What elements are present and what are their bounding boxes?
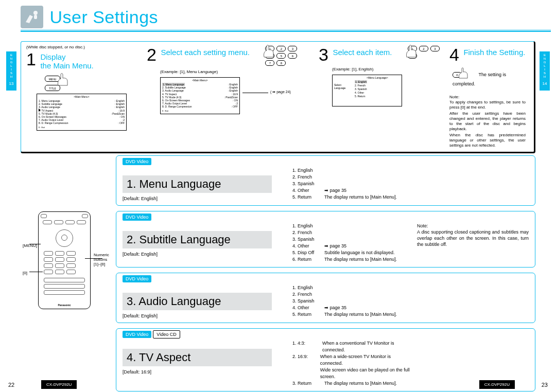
step-3: 3 Select each item. 123 4 (Example: [1],… — [319, 45, 447, 148]
dvd-badge: DVD Video — [123, 331, 151, 338]
step-4-note-2: After the user settings have been change… — [449, 111, 526, 132]
setting-options: 1. English2. French3. Spanish4. Other➡ p… — [292, 216, 412, 263]
setting-default: [Default: English] — [123, 252, 287, 257]
finger-icon — [262, 44, 276, 59]
vcd-badge: Video CD — [153, 330, 180, 338]
finger-icon — [56, 72, 71, 87]
page-number-left: 22 — [8, 382, 14, 388]
step-4: 4 Finish the Setting. 0 The setting is c… — [449, 45, 529, 148]
step-4-note-1: To apply changes to settings, be sure to… — [449, 100, 526, 110]
steps-panel: (While disc stopped, or no disc.) 1 Disp… — [21, 41, 535, 153]
setting-default: [Default: 16:9] — [123, 369, 287, 375]
page-number-right: 23 — [542, 382, 548, 388]
step-4-num: 4 — [449, 45, 459, 65]
step-2-ref: ( ➡ page 24) — [270, 90, 291, 94]
setting-default: [Default: English] — [123, 196, 287, 201]
setting-note: Note:A disc supporting closed captioning… — [417, 216, 529, 263]
setting-title: 1. Menu Language — [123, 175, 272, 193]
svg-point-0 — [33, 11, 38, 15]
setting-title: 3. Audio Language — [123, 293, 272, 310]
page-title: User Settings — [49, 7, 158, 27]
remote-diagram: [MENU] [0] Numeric buttons [1]–[8] Panas… — [26, 211, 113, 314]
setting-title: 2. Subtitle Language — [123, 231, 272, 248]
setting-options: 1. English2. French3. Spanish4. Other➡ p… — [292, 160, 412, 201]
remote-label-numeric: Numeric buttons [1]–[8] — [94, 253, 109, 266]
model-left: CX-DVP292U — [41, 380, 77, 389]
setting-default: [Default: English] — [123, 313, 287, 318]
remote-body: Panasonic — [38, 211, 91, 309]
step-4-note-label: Note: — [449, 95, 526, 100]
setting-row: DVD Video3. Audio Language[Default: Engl… — [116, 273, 535, 323]
side-tab-left: E N G L I S H 13 — [6, 51, 16, 91]
setting-options: 1. 4:3:When a conventional TV Monitor is… — [292, 333, 412, 387]
setting-options: 1. English2. French3. Spanish4. Other➡ p… — [292, 277, 412, 318]
page-header: User Settings — [21, 6, 551, 30]
step-3-text: Select each item. — [333, 48, 392, 57]
osd-main-menu-2: <Main Menu> 1. Menu Language: English2. … — [160, 77, 240, 114]
setting-row: DVD VideoVideo CD4. TV Aspect[Default: 1… — [116, 328, 535, 391]
setting-row: DVD Video2. Subtitle Language[Default: E… — [116, 211, 535, 268]
keypad-8: 123 456 78 — [265, 46, 297, 67]
model-right: CX-DVP292U — [479, 380, 515, 389]
step-2-example: (Example: [1], Menu Language) — [160, 69, 314, 74]
finger-icon — [458, 67, 470, 80]
setting-row: DVD Video1. Menu Language[Default: Engli… — [116, 155, 535, 206]
setting-note — [417, 333, 529, 387]
step-4-note-3: When the disc has predetermined language… — [449, 133, 526, 148]
step-2-num: 2 — [147, 45, 157, 65]
svg-rect-1 — [34, 15, 37, 19]
step-1: (While disc stopped, or no disc.) 1 Disp… — [26, 45, 145, 148]
step-3-num: 3 — [319, 45, 328, 65]
header-divider — [21, 30, 551, 32]
dvd-badge: DVD Video — [123, 275, 151, 282]
settings-icon — [21, 6, 43, 28]
dvd-badge: DVD Video — [123, 158, 151, 165]
step-1-text: Display the Main Menu. — [40, 52, 93, 70]
osd-main-menu-1: <Main Menu> 1. Menu Language: English2. … — [37, 94, 127, 131]
side-tab-right: E N G L I S H 14 — [540, 51, 550, 91]
finger-icon — [405, 44, 419, 59]
keypad-4: 123 4 — [408, 46, 440, 60]
setting-note — [417, 160, 529, 201]
osd-menu-language: Select Language <Menu Language> 1. Engli… — [332, 75, 402, 106]
setting-title: 4. TV Aspect — [123, 349, 272, 366]
step-2-text: Select each setting menu. — [161, 48, 250, 57]
dvd-badge: DVD Video — [123, 213, 151, 221]
setting-note — [417, 277, 529, 318]
step-3-example: (Example: [1], English) — [332, 67, 444, 72]
step-1-hint: (While disc stopped, or no disc.) — [26, 45, 142, 49]
step-1-num: 1 — [26, 49, 36, 69]
remote-label-zero: [0] — [23, 271, 27, 275]
step-4-text: Finish the Setting. — [463, 48, 525, 57]
settings-list: DVD Video1. Menu Language[Default: Engli… — [116, 155, 535, 392]
step-2: 2 Select each setting menu. 123 456 78 (… — [147, 45, 317, 148]
